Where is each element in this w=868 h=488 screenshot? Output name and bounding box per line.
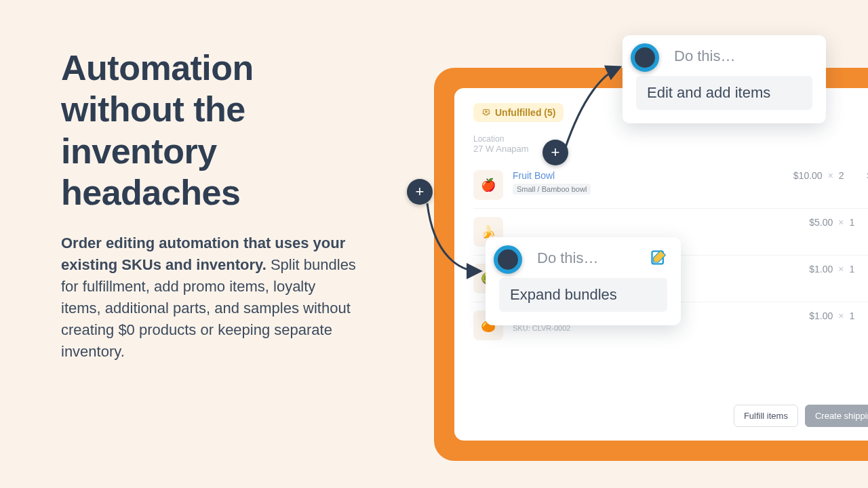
item-pricing: $5.00 × 1 $: [809, 217, 868, 228]
item-pricing: $1.00 × 1 $: [809, 264, 868, 274]
fulfill-items-button[interactable]: Fulfill items: [734, 405, 798, 427]
product-thumbnail: 🍎: [473, 170, 503, 200]
line-item[interactable]: 🍎 Fruit Bowl Small / Bamboo bowl $10.00 …: [473, 167, 868, 208]
popover-title: Do this…: [674, 47, 812, 65]
card-actions: Fulfill items Create shipping: [734, 405, 868, 427]
marketing-copy: Automation without the inventory headach…: [61, 47, 359, 363]
inbox-icon: [481, 108, 491, 117]
action-popover-expand: Do this… Expand bundles: [486, 237, 681, 325]
create-shipping-button[interactable]: Create shipping: [805, 405, 868, 427]
target-node-icon: [494, 245, 522, 274]
status-badge-label: Unfulfilled (5): [495, 107, 555, 118]
edit-note-icon: [650, 248, 669, 267]
item-pricing: $1.00 × 1 $: [809, 310, 868, 321]
location-block: Location 27 W Anapam: [473, 134, 868, 154]
action-popover-edit: Do this… Edit and add items: [623, 35, 826, 123]
action-edit-add-items[interactable]: Edit and add items: [636, 76, 812, 110]
automation-trigger-node[interactable]: +: [407, 179, 433, 205]
location-label: Location: [473, 134, 868, 144]
item-variant: Small / Bamboo bowl: [513, 184, 591, 195]
item-name[interactable]: Fruit Bowl: [513, 170, 784, 181]
automation-trigger-node[interactable]: +: [542, 140, 568, 165]
action-expand-bundles[interactable]: Expand bundles: [499, 278, 667, 312]
location-value: 27 W Anapam: [473, 144, 868, 154]
headline: Automation without the inventory headach…: [61, 47, 359, 214]
popover-title: Do this…: [537, 249, 598, 267]
item-pricing: $10.00 × 2 $20: [793, 170, 868, 181]
status-badge-unfulfilled: Unfulfilled (5): [473, 103, 564, 122]
target-node-icon: [631, 43, 659, 72]
subtext: Order editing automation that uses your …: [61, 232, 359, 362]
